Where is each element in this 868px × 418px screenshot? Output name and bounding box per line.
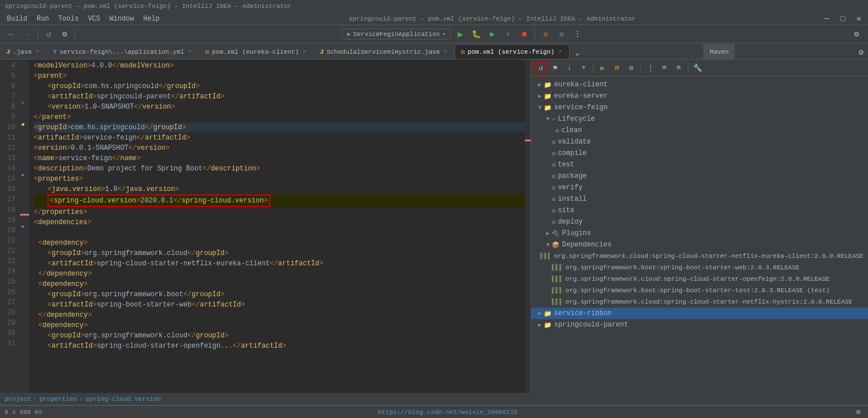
menu-run[interactable]: Run — [32, 14, 54, 24]
tree-arrow-dependencies: ▼ — [544, 242, 552, 248]
fold-icon-15[interactable]: ▼ — [21, 101, 24, 106]
settings-button[interactable]: ⚙ — [58, 27, 71, 41]
tab-application-yml[interactable]: Y service-feign\...\application.yml × — [47, 44, 199, 59]
forward-button[interactable]: → — [21, 27, 34, 41]
debug-button[interactable]: 🐛 — [469, 27, 483, 41]
tree-item-package[interactable]: ⚙ package — [531, 170, 868, 182]
gear-icon-verify: ⚙ — [552, 184, 556, 192]
tree-item-verify[interactable]: ⚙ verify — [531, 182, 868, 193]
status-settings-btn[interactable]: ⚙ — [853, 407, 863, 417]
status-bar: 8 s 698 ms https://blog.csdn.net/weixin_… — [0, 405, 868, 418]
tree-item-dep4[interactable]: ▌▌▌ org.springframework.boot:spring-boot… — [531, 285, 868, 296]
maven-panel: ↺ ⚑ ↓ + ▶ m ⊘ ⋮ ≡ ≡ 🔧 ▶ 📁 eureka-client — [531, 59, 868, 393]
breadcrumb-properties[interactable]: properties — [39, 396, 77, 403]
menu-tools[interactable]: Tools — [54, 14, 83, 24]
tab-yml-close[interactable]: × — [187, 48, 193, 55]
gear-icon-compile: ⚙ — [552, 150, 556, 157]
coverage-button[interactable]: ▶ — [485, 27, 499, 41]
maven-expand-btn[interactable]: ≡ — [658, 62, 671, 74]
tree-item-dep2[interactable]: ▌▌▌ org.springframework.boot:spring-boot… — [531, 262, 868, 273]
maven-collapse-btn[interactable]: ≡ — [672, 62, 685, 74]
tree-item-dep5[interactable]: ▌▌▌ org.springframework.cloud:spring-clo… — [531, 296, 868, 308]
maven-refresh-btn[interactable]: ↺ — [535, 62, 547, 74]
tree-label-eureka-server: eureka-server — [554, 92, 608, 100]
status-link[interactable]: https://blog.csdn.net/weixin_39966115 — [378, 409, 517, 416]
maven-m-btn[interactable]: m — [611, 62, 623, 74]
maximize-button[interactable]: □ — [836, 12, 850, 26]
tree-item-lifecycle[interactable]: ▼ ⚡ Lifecycle — [531, 113, 868, 125]
breadcrumb-version[interactable]: spring-cloud.version — [85, 396, 161, 403]
minimize-button[interactable]: ─ — [820, 12, 834, 26]
breadcrumb-project[interactable]: project — [5, 396, 31, 403]
tree-arrow-plugins: ▶ — [544, 230, 552, 237]
tree-item-service-ribbon[interactable]: ▶ 📁 service-ribbon — [531, 308, 868, 319]
tree-item-springcould-parent[interactable]: ▶ 📁 springcould-parent — [531, 319, 868, 331]
maven-wrench-btn[interactable]: 🔧 — [691, 62, 704, 74]
tree-item-site[interactable]: ⚙ site — [531, 205, 868, 216]
title-center: springcould-parent – pom.xml (service-fe… — [349, 15, 636, 22]
tab-java-close[interactable]: × — [35, 48, 41, 55]
tab-pom-eureka-close[interactable]: × — [302, 48, 308, 55]
tree-item-validate[interactable]: ⚙ validate — [531, 136, 868, 148]
line-numbers: 4 5 6 7 8 9 10 11 12 13 14 15 16 17 18 1… — [0, 59, 20, 393]
tab-schedual-close[interactable]: × — [443, 48, 448, 55]
stop-button[interactable]: ■ — [517, 27, 531, 41]
tab-maven[interactable]: Maven — [703, 44, 735, 59]
tree-item-deploy[interactable]: ⚙ deploy — [531, 216, 868, 228]
settings-gear-button[interactable]: ⚙ — [850, 27, 863, 41]
code-line-26: <groupId>org.springframework.boot</group… — [34, 289, 531, 300]
build-button[interactable]: ⚒ — [539, 27, 552, 41]
menu-help[interactable]: Help — [138, 14, 164, 24]
code-line-12: <version>0.0.1-SNAPSHOT</version> — [34, 143, 531, 153]
rebuild-button[interactable]: ⚒ — [555, 27, 568, 41]
code-editor[interactable]: <modelVersion>4.0.0</modelVersion> <pare… — [29, 59, 531, 393]
close-button[interactable]: ✕ — [852, 12, 866, 26]
maven-download-btn[interactable]: ↓ — [563, 62, 576, 74]
back-button[interactable]: ← — [5, 27, 18, 41]
menu-window[interactable]: Window — [105, 14, 138, 24]
run-config-selector[interactable]: ▶ ServiceFeginApplication ▾ — [342, 29, 451, 39]
menu-vcs[interactable]: VCS — [83, 14, 105, 24]
tree-item-eureka-server[interactable]: ▶ 📁 eureka-server — [531, 90, 868, 102]
tree-arrow-service-ribbon: ▶ — [536, 310, 544, 317]
settings-top-right[interactable]: ⚙ — [854, 45, 868, 59]
refresh-button[interactable]: ↺ — [42, 27, 55, 41]
tree-item-install[interactable]: ⚙ install — [531, 193, 868, 205]
tree-label-eureka-client: eureka-client — [554, 81, 608, 89]
maven-skip-btn[interactable]: ⊘ — [625, 62, 638, 74]
tree-item-compile[interactable]: ⚙ compile — [531, 148, 868, 159]
maven-cols-btn[interactable]: ⋮ — [644, 62, 656, 74]
maven-profiles-btn[interactable]: ⚑ — [549, 62, 562, 74]
tree-item-test[interactable]: ⚙ test — [531, 159, 868, 170]
profile-button[interactable]: ⚡ — [501, 27, 515, 41]
tree-item-plugins[interactable]: ▶ 🔌 Plugins — [531, 228, 868, 239]
run-button[interactable]: ▶ — [453, 27, 467, 41]
tab-java-label: .java — [13, 49, 32, 55]
tree-item-clean[interactable]: ⚙ clean — [531, 125, 868, 136]
code-line-28: </dependency> — [34, 310, 531, 320]
tab-java[interactable]: J .java × — [0, 44, 47, 59]
maven-add-btn[interactable]: + — [578, 62, 590, 74]
code-line-7: <artifactId>springcould-parent</artifact… — [34, 91, 531, 102]
tab-more-button[interactable]: ⌄ — [571, 45, 584, 59]
tab-yml-icon: Y — [53, 49, 57, 55]
tab-schedual[interactable]: J SchedulalServiceHiHystric.java × — [314, 44, 455, 59]
tree-item-dep3[interactable]: ▌▌▌ org.springframework.cloud:spring-clo… — [531, 273, 868, 285]
breadcrumb-sep-2: › — [79, 396, 83, 403]
tree-label-validate: validate — [558, 138, 591, 146]
tree-label-package: package — [558, 172, 587, 180]
maven-run-btn[interactable]: ▶ — [596, 62, 609, 74]
tree-item-dep1[interactable]: ▌▌▌ org.springframework.cloud:spring-clo… — [531, 250, 868, 262]
tab-pom-feign-close[interactable]: × — [558, 48, 563, 55]
code-line-25: <dependency> — [34, 279, 531, 289]
tree-item-dependencies[interactable]: ▼ 📦 Dependencies — [531, 239, 868, 250]
menu-build[interactable]: Build — [2, 14, 32, 24]
tab-pom-eureka[interactable]: m pom.xml (eureka-client) × — [199, 44, 313, 59]
more-button[interactable]: ⋮ — [571, 27, 584, 41]
tree-item-service-feign[interactable]: ▼ 📁 service-feign — [531, 102, 868, 113]
code-line-5: <parent> — [34, 71, 531, 81]
tab-pom-feign[interactable]: m pom.xml (service-feign) × — [455, 44, 569, 59]
tree-label-dep1: org.springframework.cloud:spring-cloud-s… — [554, 253, 863, 260]
tree-item-eureka-client[interactable]: ▶ 📁 eureka-client — [531, 79, 868, 90]
tree-label-clean: clean — [562, 126, 582, 134]
